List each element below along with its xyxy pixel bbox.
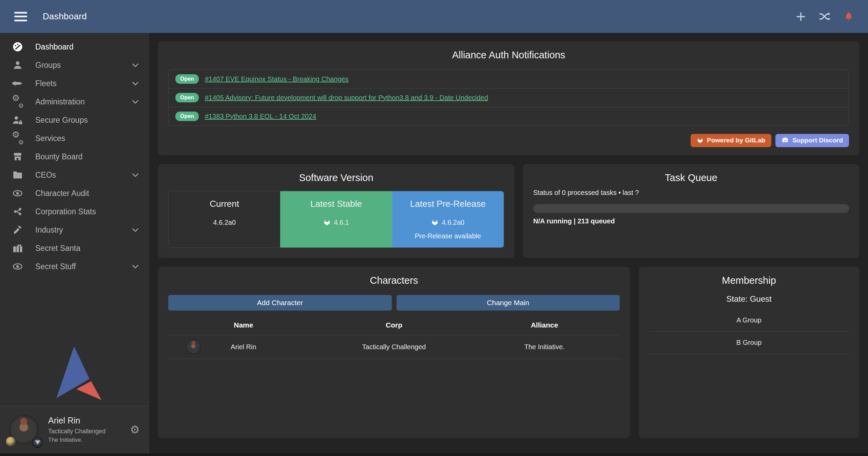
version-current-cell: Current 4.6.2a0 — [169, 191, 280, 247]
cell-character-corp: Tactically Challenged — [319, 343, 469, 351]
notification-link[interactable]: #1383 Python 3.8 EOL - 14 Oct 2024 — [205, 113, 316, 120]
chevron-down-icon — [131, 79, 140, 88]
hammer-icon — [12, 224, 24, 236]
sidebar-item-groups[interactable]: Groups — [0, 56, 149, 74]
notification-item: Open #1407 EVE Equinox Status - Breaking… — [169, 70, 849, 88]
software-version-title: Software Version — [168, 172, 504, 183]
sidebar-item-services[interactable]: ⚙⚙ Services — [0, 129, 149, 147]
column-header-corp: Corp — [319, 321, 469, 329]
settings-gear-icon[interactable]: ⚙ — [130, 424, 140, 435]
sidebar-item-label: Services — [35, 134, 65, 143]
user-avatar — [9, 415, 39, 444]
space-shuttle-icon — [12, 78, 24, 89]
chevron-down-icon — [131, 171, 140, 179]
status-badge: Open — [175, 93, 199, 102]
user-icon — [12, 59, 24, 71]
group-list-item: B Group — [649, 332, 849, 354]
top-navbar: Dashboard — [0, 0, 868, 33]
sidebar-item-administration[interactable]: ⚙⚙ Administration — [0, 93, 149, 111]
discord-icon — [782, 137, 789, 143]
notification-link[interactable]: #1407 EVE Equinox Status - Breaking Chan… — [205, 75, 349, 83]
chevron-down-icon — [131, 262, 140, 271]
alliance-logo-icon — [32, 437, 43, 448]
sidebar-item-label: Fleets — [35, 79, 57, 88]
sidebar-item-label: Bounty Board — [35, 152, 82, 161]
shuffle-icon[interactable] — [819, 12, 831, 21]
folder-icon — [12, 169, 24, 181]
sidebar-item-label: Secret Santa — [35, 244, 80, 253]
sidebar-item-label: Groups — [35, 61, 61, 70]
add-icon[interactable] — [795, 11, 806, 22]
sidebar-item-label: Administration — [35, 97, 85, 106]
membership-panel: Membership State: Guest A Group B Group — [639, 267, 859, 438]
menu-toggle-icon[interactable] — [14, 12, 27, 21]
gitlab-fox-icon — [323, 219, 331, 226]
group-list-item: A Group — [649, 309, 849, 332]
notification-link[interactable]: #1405 Advisory: Future development will … — [205, 94, 488, 102]
sidebar-item-industry[interactable]: Industry — [0, 221, 149, 239]
membership-state: State: Guest — [649, 294, 849, 304]
corp-logo-icon — [5, 436, 16, 447]
table-header-row: Name Corp Alliance — [168, 315, 620, 335]
character-portrait — [186, 339, 201, 354]
page-title: Dashboard — [43, 11, 87, 22]
status-badge: Open — [175, 112, 199, 121]
chevron-down-icon — [131, 97, 140, 106]
user-name: Ariel Rin — [48, 416, 105, 425]
sidebar-item-label: Secure Groups — [35, 116, 88, 125]
version-stable-cell: Latest Stable 4.6.1 — [280, 191, 392, 247]
user-alliance: The Initiative. — [48, 437, 105, 443]
gears-icon: ⚙⚙ — [12, 96, 24, 107]
chevron-down-icon — [131, 61, 140, 70]
dashboard-gauge-icon — [12, 41, 24, 53]
sidebar-item-bounty-board[interactable]: Bounty Board — [0, 147, 149, 166]
sidebar: Dashboard Groups Fleets — [0, 33, 149, 453]
alliance-auth-logo — [0, 344, 149, 406]
membership-title: Membership — [649, 275, 849, 286]
sidebar-item-dashboard[interactable]: Dashboard — [0, 38, 149, 56]
gitlab-fox-icon — [431, 219, 439, 226]
chevron-down-icon — [131, 225, 140, 234]
sidebar-item-label: Character Audit — [35, 189, 89, 198]
gitlab-badge[interactable]: Powered by GitLab — [691, 134, 771, 147]
store-icon — [12, 151, 24, 162]
group-list: A Group B Group — [649, 309, 849, 354]
sidebar-item-secret-santa[interactable]: Secret Santa — [0, 239, 149, 257]
task-queue-title: Task Queue — [533, 172, 849, 183]
change-main-button[interactable]: Change Main — [397, 295, 620, 311]
status-badge: Open — [175, 74, 199, 84]
add-character-button[interactable]: Add Character — [168, 295, 392, 311]
table-row: Ariel Rin Tactically Challenged The Init… — [168, 335, 620, 359]
user-lock-icon — [12, 114, 24, 126]
gitlab-fox-icon — [697, 137, 703, 144]
sidebar-item-secure-groups[interactable]: Secure Groups — [0, 111, 149, 129]
gears-icon: ⚙⚙ — [12, 133, 24, 144]
sidebar-item-ceos[interactable]: CEOs — [0, 166, 149, 184]
sidebar-item-label: CEOs — [35, 171, 56, 180]
software-version-panel: Software Version Current 4.6.2a0 Latest … — [158, 164, 514, 258]
eye-icon — [12, 187, 24, 199]
task-queue-status: Status of 0 processed tasks • last ? — [533, 189, 849, 197]
sidebar-item-secret-stuff[interactable]: Secret Stuff — [0, 257, 149, 276]
notifications-bell-icon[interactable] — [844, 12, 854, 22]
task-queue-counts: N/A running | 213 queued — [533, 217, 849, 225]
characters-title: Characters — [168, 275, 620, 286]
main-content: Alliance Auth Notifications Open #1407 E… — [149, 33, 868, 453]
sidebar-item-label: Secret Stuff — [35, 262, 76, 271]
sidebar-item-fleets[interactable]: Fleets — [0, 74, 149, 93]
column-header-alliance: Alliance — [469, 321, 620, 329]
notifications-list: Open #1407 EVE Equinox Status - Breaking… — [168, 70, 849, 126]
user-corp: Tactically Challenged — [48, 428, 105, 435]
sidebar-item-character-audit[interactable]: Character Audit — [0, 184, 149, 202]
gifts-icon — [12, 242, 24, 254]
notification-item: Open #1383 Python 3.8 EOL - 14 Oct 2024 — [169, 107, 849, 125]
sidebar-item-label: Industry — [35, 225, 63, 235]
task-queue-panel: Task Queue Status of 0 processed tasks •… — [523, 164, 859, 258]
share-nodes-icon — [12, 206, 24, 217]
sidebar-item-label: Dashboard — [35, 42, 74, 52]
sidebar-item-corporation-stats[interactable]: Corporation Stats — [0, 202, 149, 221]
sidebar-item-label: Corporation Stats — [35, 207, 96, 216]
version-prerelease-cell: Latest Pre-Release 4.6.2a0 Pre-Release a… — [392, 191, 504, 247]
discord-badge[interactable]: Support Discord — [775, 134, 849, 147]
characters-table: Name Corp Alliance Ariel Rin Tactically … — [168, 315, 620, 359]
